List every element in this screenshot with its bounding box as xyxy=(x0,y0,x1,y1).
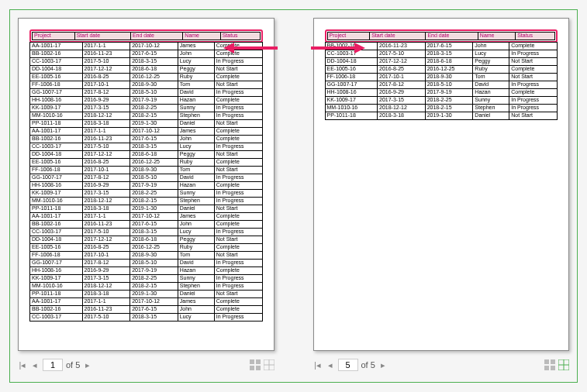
table-cell: 2018-3-18 xyxy=(378,112,426,120)
table-row: KK-1009-172017-3-152018-2-25SunnyIn Prog… xyxy=(30,190,263,198)
table-cell: In Progress xyxy=(214,174,262,182)
table-cell: 2018-2-25 xyxy=(130,275,178,283)
svg-marker-3 xyxy=(354,43,365,53)
table-cell: 2017-5-10 xyxy=(82,143,130,151)
table-cell: Daniel xyxy=(178,291,214,298)
table-cell: Hazan xyxy=(178,182,214,190)
table-cell: 2018-3-18 xyxy=(82,291,130,298)
table-cell: Complete xyxy=(509,66,558,74)
table-cell: Hazan xyxy=(178,267,214,275)
table-row: KK-1009-172017-3-152018-2-25SunnyIn Prog… xyxy=(325,97,558,105)
table-cell: 2017-3-15 xyxy=(82,275,130,283)
table-cell: 2018-3-15 xyxy=(130,143,178,151)
table-cell: Complete xyxy=(214,97,262,105)
table-cell: 2016-9-29 xyxy=(82,267,130,275)
table-row: HH-1008-162016-9-292017-9-19HazanComplet… xyxy=(30,97,263,105)
table-cell: 2017-6-15 xyxy=(130,306,178,314)
table-cell: Complete xyxy=(214,213,262,221)
table-cell: 2018-2-15 xyxy=(130,283,178,291)
table-cell: Complete xyxy=(509,89,558,97)
table-row: MM-1010-162018-12-122018-2-15StephenIn P… xyxy=(30,112,263,120)
table-cell: Sunny xyxy=(178,105,214,112)
table-cell: DD-1004-18 xyxy=(30,66,83,74)
table-cell: FF-1006-18 xyxy=(30,252,83,260)
table-cell: 2016-11-23 xyxy=(82,136,130,143)
grid-view-icon[interactable] xyxy=(544,359,555,370)
table-cell: 2017-6-15 xyxy=(130,136,178,143)
table-cell: MM-1010-16 xyxy=(325,105,378,112)
table-row: KK-1009-172017-3-152018-2-25SunnyIn Prog… xyxy=(30,105,263,112)
table-cell: Lucy xyxy=(473,50,509,58)
arrow-right-icon xyxy=(311,41,365,55)
table-cell: In Progress xyxy=(214,198,262,205)
table-cell: 2019-1-30 xyxy=(130,120,178,128)
table-cell: DD-1004-18 xyxy=(30,151,83,159)
table-cell: David xyxy=(178,89,214,97)
table-cell: 2017-3-15 xyxy=(82,105,130,112)
table-row: DD-1004-182017-12-122018-6-18PeggyNot St… xyxy=(30,236,263,244)
table-cell: Lucy xyxy=(178,229,214,236)
table-row: BB-1002-162016-11-232017-6-15JohnComplet… xyxy=(30,136,263,143)
next-page-button[interactable]: ▸ xyxy=(378,360,388,370)
table-cell: 2018-2-15 xyxy=(425,105,473,112)
first-page-button[interactable]: |◂ xyxy=(18,360,27,370)
table-cell: 2019-1-30 xyxy=(130,205,178,213)
table-cell: 2016-11-23 xyxy=(378,43,426,50)
table-cell: 2018-5-10 xyxy=(130,174,178,182)
table-cell: KK-1009-17 xyxy=(30,275,83,283)
pager-left: |◂ ◂ of 5 ▸ xyxy=(18,359,275,371)
pager-right: |◂ ◂ of 5 ▸ xyxy=(313,359,570,371)
table-cell: 2016-8-25 xyxy=(82,74,130,81)
table-cell: 2017-8-12 xyxy=(82,260,130,267)
table-cell: 2016-12-25 xyxy=(130,244,178,252)
table-cell: Peggy xyxy=(178,66,214,74)
table-cell: 2017-6-15 xyxy=(425,43,473,50)
table-cell: Complete xyxy=(214,182,262,190)
table-cell: Hazan xyxy=(178,97,214,105)
table-cell: 2018-3-15 xyxy=(425,50,473,58)
table-row: DD-1004-182017-12-122018-6-18PeggyNot St… xyxy=(325,58,558,66)
table-cell: MM-1010-16 xyxy=(30,112,83,120)
first-page-button[interactable]: |◂ xyxy=(313,360,323,370)
table-row: AA-1001-172017-1-12017-10-12JamesComplet… xyxy=(30,213,263,221)
svg-rect-7 xyxy=(256,366,261,370)
svg-rect-14 xyxy=(551,366,555,370)
table-cell: BB-1002-16 xyxy=(30,306,83,314)
grid-view-alt-icon[interactable] xyxy=(264,359,275,370)
table-cell: James xyxy=(178,128,214,136)
table-cell: In Progress xyxy=(214,260,262,267)
prev-page-button[interactable]: ◂ xyxy=(326,360,335,370)
table-cell: 2018-6-18 xyxy=(130,151,178,159)
table-cell: GG-1007-17 xyxy=(325,81,378,89)
table-cell: In Progress xyxy=(509,81,558,89)
prev-page-button[interactable]: ◂ xyxy=(30,360,40,370)
table-cell: Peggy xyxy=(178,151,214,159)
data-table-left: AA-1001-172017-1-12017-10-12JamesComplet… xyxy=(29,42,263,322)
table-row: KK-1009-172017-3-152018-2-25SunnyIn Prog… xyxy=(30,275,263,283)
table-cell: In Progress xyxy=(509,105,558,112)
next-page-button[interactable]: ▸ xyxy=(83,360,92,370)
table-cell: CC-1003-17 xyxy=(30,58,83,66)
table-cell: Sunny xyxy=(473,97,509,105)
table-cell: 2018-12-12 xyxy=(82,112,130,120)
grid-view-alt-icon[interactable] xyxy=(558,359,569,370)
table-cell: 2017-5-10 xyxy=(82,229,130,236)
svg-rect-13 xyxy=(544,366,549,370)
table-row: GG-1007-172017-8-122018-5-10DavidIn Prog… xyxy=(30,260,263,267)
table-cell: 2018-3-15 xyxy=(130,314,178,322)
grid-view-icon[interactable] xyxy=(250,359,261,370)
column-header: Status xyxy=(220,33,260,40)
table-cell: 2018-12-12 xyxy=(82,283,130,291)
page-number-input[interactable] xyxy=(338,359,358,371)
column-header: Start date xyxy=(74,33,130,40)
table-cell: 2016-12-25 xyxy=(130,159,178,167)
table-cell: 2016-8-25 xyxy=(82,159,130,167)
table-cell: Stephen xyxy=(473,105,509,112)
table-cell: EE-1005-16 xyxy=(30,244,83,252)
table-cell: In Progress xyxy=(214,112,262,120)
table-row: AA-1001-172017-1-12017-10-12JamesComplet… xyxy=(30,128,263,136)
page-number-input[interactable] xyxy=(43,359,63,371)
table-cell: 2016-8-25 xyxy=(82,244,130,252)
table-cell: 2017-5-10 xyxy=(378,50,426,58)
page-5: ProjectStart dateEnd dateNameStatus BB-1… xyxy=(313,18,570,351)
